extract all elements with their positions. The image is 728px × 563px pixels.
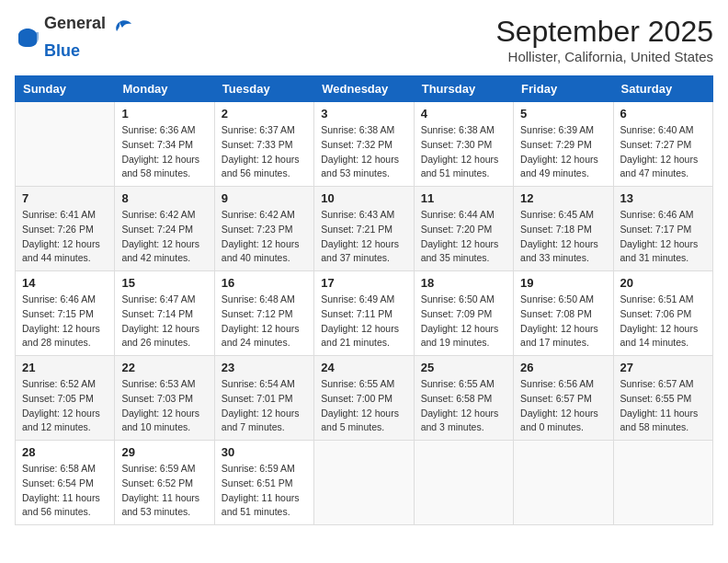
logo-icon <box>15 25 40 51</box>
calendar-day-cell <box>16 102 115 187</box>
day-info: Sunrise: 6:44 AMSunset: 7:20 PMDaylight:… <box>421 208 506 266</box>
calendar-day-cell: 1Sunrise: 6:36 AMSunset: 7:34 PMDaylight… <box>115 102 214 187</box>
day-info: Sunrise: 6:43 AMSunset: 7:21 PMDaylight:… <box>321 208 406 266</box>
day-number: 15 <box>121 276 207 290</box>
calendar-day-cell: 27Sunrise: 6:57 AMSunset: 6:55 PMDayligh… <box>613 356 712 441</box>
logo-text: General Blue <box>44 15 133 61</box>
day-number: 9 <box>222 191 307 205</box>
calendar-day-cell: 14Sunrise: 6:46 AMSunset: 7:15 PMDayligh… <box>16 271 115 356</box>
day-info: Sunrise: 6:49 AMSunset: 7:11 PMDaylight:… <box>321 293 406 350</box>
calendar-day-cell: 17Sunrise: 6:49 AMSunset: 7:11 PMDayligh… <box>314 271 414 356</box>
calendar-week-row: 28Sunrise: 6:58 AMSunset: 6:54 PMDayligh… <box>16 441 713 525</box>
day-info: Sunrise: 6:56 AMSunset: 6:57 PMDaylight:… <box>520 377 606 435</box>
calendar-day-cell: 30Sunrise: 6:59 AMSunset: 6:51 PMDayligh… <box>214 441 313 525</box>
day-info: Sunrise: 6:48 AMSunset: 7:12 PMDaylight:… <box>222 293 307 350</box>
day-number: 25 <box>421 361 506 374</box>
calendar-day-cell: 13Sunrise: 6:46 AMSunset: 7:17 PMDayligh… <box>613 187 712 271</box>
day-number: 24 <box>321 361 406 374</box>
calendar-day-cell: 18Sunrise: 6:50 AMSunset: 7:09 PMDayligh… <box>414 271 513 356</box>
day-info: Sunrise: 6:36 AMSunset: 7:34 PMDaylight:… <box>121 123 207 181</box>
day-number: 4 <box>421 107 506 121</box>
calendar-week-row: 1Sunrise: 6:36 AMSunset: 7:34 PMDaylight… <box>16 102 713 187</box>
calendar-day-cell: 26Sunrise: 6:56 AMSunset: 6:57 PMDayligh… <box>514 356 613 441</box>
day-info: Sunrise: 6:50 AMSunset: 7:09 PMDaylight:… <box>421 293 506 350</box>
weekday-header-sunday: Sunday <box>16 76 115 102</box>
day-number: 3 <box>321 107 406 121</box>
day-info: Sunrise: 6:42 AMSunset: 7:24 PMDaylight:… <box>121 208 207 266</box>
day-number: 18 <box>421 276 506 290</box>
day-info: Sunrise: 6:41 AMSunset: 7:26 PMDaylight:… <box>22 208 108 266</box>
calendar-day-cell: 12Sunrise: 6:45 AMSunset: 7:18 PMDayligh… <box>514 187 613 271</box>
day-number: 14 <box>22 276 108 290</box>
day-info: Sunrise: 6:59 AMSunset: 6:52 PMDaylight:… <box>121 462 207 520</box>
weekday-header-thursday: Thursday <box>414 76 513 102</box>
calendar-day-cell: 7Sunrise: 6:41 AMSunset: 7:26 PMDaylight… <box>16 187 115 271</box>
day-info: Sunrise: 6:58 AMSunset: 6:54 PMDaylight:… <box>22 462 108 520</box>
day-number: 19 <box>520 276 606 290</box>
day-info: Sunrise: 6:55 AMSunset: 6:58 PMDaylight:… <box>421 377 506 435</box>
calendar-day-cell: 11Sunrise: 6:44 AMSunset: 7:20 PMDayligh… <box>414 187 513 271</box>
calendar-day-cell <box>314 441 414 525</box>
calendar-day-cell: 21Sunrise: 6:52 AMSunset: 7:05 PMDayligh… <box>16 356 115 441</box>
logo-general: General <box>44 15 106 42</box>
day-info: Sunrise: 6:55 AMSunset: 7:00 PMDaylight:… <box>321 377 406 435</box>
day-info: Sunrise: 6:52 AMSunset: 7:05 PMDaylight:… <box>22 377 108 435</box>
day-info: Sunrise: 6:39 AMSunset: 7:29 PMDaylight:… <box>520 123 606 181</box>
day-info: Sunrise: 6:42 AMSunset: 7:23 PMDaylight:… <box>222 208 307 266</box>
weekday-header-monday: Monday <box>115 76 214 102</box>
day-number: 20 <box>620 276 706 290</box>
calendar-day-cell: 4Sunrise: 6:38 AMSunset: 7:30 PMDaylight… <box>414 102 513 187</box>
day-number: 22 <box>121 361 207 374</box>
calendar-day-cell: 20Sunrise: 6:51 AMSunset: 7:06 PMDayligh… <box>613 271 712 356</box>
calendar-day-cell: 15Sunrise: 6:47 AMSunset: 7:14 PMDayligh… <box>115 271 214 356</box>
calendar-day-cell: 28Sunrise: 6:58 AMSunset: 6:54 PMDayligh… <box>16 441 115 525</box>
weekday-header-tuesday: Tuesday <box>214 76 313 102</box>
day-number: 12 <box>520 191 606 205</box>
day-number: 28 <box>22 445 108 459</box>
day-info: Sunrise: 6:47 AMSunset: 7:14 PMDaylight:… <box>121 293 207 350</box>
calendar-day-cell: 3Sunrise: 6:38 AMSunset: 7:32 PMDaylight… <box>314 102 414 187</box>
calendar-day-cell: 22Sunrise: 6:53 AMSunset: 7:03 PMDayligh… <box>115 356 214 441</box>
logo-blue: Blue <box>44 41 80 60</box>
weekday-header-friday: Friday <box>514 76 613 102</box>
calendar-week-row: 14Sunrise: 6:46 AMSunset: 7:15 PMDayligh… <box>16 271 713 356</box>
page-header: General Blue September 2025 Hollister, C… <box>15 15 713 64</box>
logo: General Blue <box>15 15 133 61</box>
day-number: 5 <box>520 107 606 121</box>
title-block: September 2025 Hollister, California, Un… <box>495 15 713 64</box>
day-info: Sunrise: 6:46 AMSunset: 7:15 PMDaylight:… <box>22 293 108 350</box>
day-number: 6 <box>620 107 706 121</box>
day-number: 11 <box>421 191 506 205</box>
calendar-day-cell: 23Sunrise: 6:54 AMSunset: 7:01 PMDayligh… <box>214 356 313 441</box>
calendar-day-cell: 2Sunrise: 6:37 AMSunset: 7:33 PMDaylight… <box>214 102 313 187</box>
day-number: 2 <box>222 107 307 121</box>
weekday-header-wednesday: Wednesday <box>314 76 414 102</box>
calendar-day-cell: 19Sunrise: 6:50 AMSunset: 7:08 PMDayligh… <box>514 271 613 356</box>
day-info: Sunrise: 6:38 AMSunset: 7:30 PMDaylight:… <box>421 123 506 181</box>
calendar-day-cell: 24Sunrise: 6:55 AMSunset: 7:00 PMDayligh… <box>314 356 414 441</box>
calendar-day-cell: 29Sunrise: 6:59 AMSunset: 6:52 PMDayligh… <box>115 441 214 525</box>
calendar-day-cell <box>613 441 712 525</box>
calendar-day-cell: 25Sunrise: 6:55 AMSunset: 6:58 PMDayligh… <box>414 356 513 441</box>
calendar-day-cell: 8Sunrise: 6:42 AMSunset: 7:24 PMDaylight… <box>115 187 214 271</box>
day-number: 1 <box>121 107 207 121</box>
day-info: Sunrise: 6:38 AMSunset: 7:32 PMDaylight:… <box>321 123 406 181</box>
day-number: 23 <box>222 361 307 374</box>
logo-bird-icon <box>106 15 133 42</box>
day-info: Sunrise: 6:37 AMSunset: 7:33 PMDaylight:… <box>222 123 307 181</box>
day-number: 10 <box>321 191 406 205</box>
day-number: 16 <box>222 276 307 290</box>
day-number: 8 <box>121 191 207 205</box>
calendar-week-row: 21Sunrise: 6:52 AMSunset: 7:05 PMDayligh… <box>16 356 713 441</box>
day-number: 17 <box>321 276 406 290</box>
day-info: Sunrise: 6:53 AMSunset: 7:03 PMDaylight:… <box>121 377 207 435</box>
day-number: 13 <box>620 191 706 205</box>
calendar-header-row: SundayMondayTuesdayWednesdayThursdayFrid… <box>16 76 713 102</box>
calendar-day-cell: 5Sunrise: 6:39 AMSunset: 7:29 PMDaylight… <box>514 102 613 187</box>
day-info: Sunrise: 6:45 AMSunset: 7:18 PMDaylight:… <box>520 208 606 266</box>
day-info: Sunrise: 6:59 AMSunset: 6:51 PMDaylight:… <box>222 462 307 520</box>
calendar-day-cell: 10Sunrise: 6:43 AMSunset: 7:21 PMDayligh… <box>314 187 414 271</box>
day-info: Sunrise: 6:57 AMSunset: 6:55 PMDaylight:… <box>620 377 706 435</box>
day-info: Sunrise: 6:40 AMSunset: 7:27 PMDaylight:… <box>620 123 706 181</box>
calendar-day-cell <box>414 441 513 525</box>
